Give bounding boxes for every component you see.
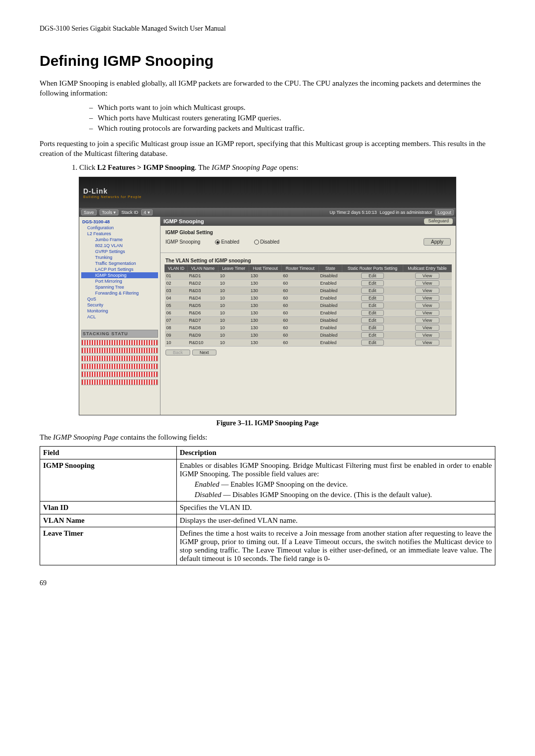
brand-logo-text: D-Link <box>83 187 108 195</box>
column-header: VLAN Name <box>188 265 218 272</box>
tree-node[interactable]: Trunking <box>81 254 158 260</box>
stack-unit-graphic <box>81 371 158 377</box>
edit-button[interactable]: Edit <box>361 302 384 308</box>
text-italic: IGMP Snooping Page <box>53 433 118 441</box>
uptime-label: Up Time:2 days 5:10:13 <box>329 210 376 215</box>
view-button[interactable]: View <box>415 280 439 286</box>
view-button[interactable]: View <box>415 340 439 346</box>
desc-text: Enables or disables IGMP Snooping. Bridg… <box>180 461 492 478</box>
edit-button[interactable]: Edit <box>361 317 384 323</box>
radio-label: Enabled <box>221 239 239 245</box>
stack-id-select[interactable]: 4 ▾ <box>141 209 153 215</box>
table-row: 03R&D31013060DisabledEditView <box>165 287 452 295</box>
cell-edit: Edit <box>342 309 403 317</box>
cell: 130 <box>249 280 282 287</box>
radio-dot-icon <box>215 240 220 245</box>
view-button[interactable]: View <box>415 302 439 308</box>
tree-node[interactable]: Traffic Segmentation <box>81 260 158 266</box>
cell-edit: Edit <box>342 302 403 309</box>
steps-list: Click L2 Features > IGMP Snooping. The I… <box>40 162 495 173</box>
manual-header: DGS-3100 Series Gigabit Stackable Manage… <box>40 25 495 33</box>
view-button[interactable]: View <box>415 288 439 294</box>
edit-button[interactable]: Edit <box>361 325 384 331</box>
tree-node[interactable]: Monitoring <box>81 308 158 314</box>
tree-node[interactable]: 802.1Q VLAN <box>81 243 158 249</box>
field-name: Vlan ID <box>40 502 177 514</box>
radio-disabled[interactable]: Disabled <box>254 239 279 245</box>
cell: R&D1 <box>188 272 218 280</box>
tree-node[interactable]: QoS <box>81 296 158 302</box>
cell: 130 <box>249 287 282 295</box>
col-field-header: Field <box>40 447 177 459</box>
cell: 10 <box>218 272 249 280</box>
edit-button[interactable]: Edit <box>361 295 384 301</box>
tree-node[interactable]: LACP Port Settings <box>81 266 158 272</box>
cell: 130 <box>249 324 282 332</box>
table-row: 10R&D101013060EnabledEditView <box>165 339 452 347</box>
view-button[interactable]: View <box>415 325 439 331</box>
cell: R&D7 <box>188 317 218 324</box>
field-name-text: Leave Timer <box>43 529 84 537</box>
view-button[interactable]: View <box>415 332 439 338</box>
view-button[interactable]: View <box>415 310 439 316</box>
cell: 130 <box>249 317 282 324</box>
tree-node[interactable]: IGMP Snooping <box>81 272 158 278</box>
logout-button[interactable]: Logout <box>435 209 454 215</box>
cell-view: View <box>403 324 451 332</box>
cell: 60 <box>281 287 319 295</box>
table-row: 01R&D11013060DisabledEditView <box>165 272 452 280</box>
cell: 09 <box>165 332 188 339</box>
cell: 10 <box>218 287 249 295</box>
cell: R&D6 <box>188 309 218 317</box>
cell: 10 <box>218 339 249 347</box>
table-row: 05R&D51013060DisabledEditView <box>165 302 452 309</box>
edit-button[interactable]: Edit <box>361 310 384 316</box>
stack-unit-graphic <box>81 379 158 385</box>
cell: R&D2 <box>188 280 218 287</box>
cell: 60 <box>281 324 319 332</box>
edit-button[interactable]: Edit <box>361 288 384 294</box>
cell-edit: Edit <box>342 317 403 324</box>
save-button[interactable]: Save <box>81 209 97 215</box>
cell: R&D4 <box>188 295 218 302</box>
radio-enabled[interactable]: Enabled <box>215 239 239 245</box>
cell-view: View <box>403 280 451 287</box>
tree-node[interactable]: L2 Features <box>81 231 158 237</box>
edit-button[interactable]: Edit <box>361 340 384 346</box>
cell: Disabled <box>319 272 342 280</box>
tree-node[interactable]: Configuration <box>81 225 158 231</box>
tree-node[interactable]: Forwarding & Filtering <box>81 290 158 296</box>
tree-node[interactable]: GVRP Settings <box>81 249 158 254</box>
cell: 10 <box>218 309 249 317</box>
cell: Disabled <box>319 317 342 324</box>
next-button[interactable]: Next <box>192 350 216 355</box>
view-button[interactable]: View <box>415 295 439 301</box>
edit-button[interactable]: Edit <box>361 332 384 338</box>
cell: 60 <box>281 280 319 287</box>
cell-edit: Edit <box>342 339 403 347</box>
edit-button[interactable]: Edit <box>361 280 384 286</box>
column-header: VLAN ID <box>165 265 188 272</box>
tree-node[interactable]: Security <box>81 302 158 308</box>
tools-dropdown[interactable]: Tools ▾ <box>100 209 119 215</box>
cell: Enabled <box>319 339 342 347</box>
view-button[interactable]: View <box>415 273 439 279</box>
view-button[interactable]: View <box>415 317 439 323</box>
fields-table: Field Description IGMP Snooping Enables … <box>40 446 495 565</box>
tree-node[interactable]: Spanning Tree <box>81 284 158 290</box>
field-name: IGMP Snooping <box>40 459 177 502</box>
nav-tree[interactable]: DGS-3100-48ConfigurationL2 FeaturesJumbo… <box>79 217 160 415</box>
back-button[interactable]: Back <box>165 350 190 355</box>
edit-button[interactable]: Edit <box>361 273 384 279</box>
field-name: Leave Timer <box>40 527 177 565</box>
cell: 60 <box>281 295 319 302</box>
table-row: 06R&D61013060EnabledEditView <box>165 309 452 317</box>
stack-id-label: Stack ID <box>121 210 138 215</box>
cell: 60 <box>281 317 319 324</box>
stack-unit-graphic <box>81 340 158 346</box>
apply-button[interactable]: Apply <box>424 238 451 246</box>
tree-node[interactable]: Jumbo Frame <box>81 237 158 243</box>
tree-node[interactable]: Port Mirroring <box>81 278 158 284</box>
tree-node[interactable]: DGS-3100-48 <box>81 219 158 225</box>
tree-node[interactable]: ACL <box>81 314 158 320</box>
